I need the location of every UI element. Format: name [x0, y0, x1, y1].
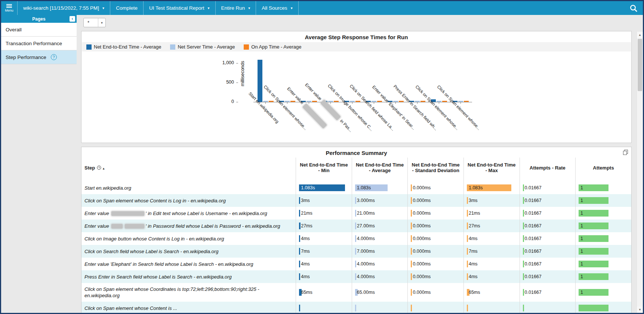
column-header-attempts[interactable]: Attempts [576, 158, 631, 181]
value-meter: 4.000ms [355, 235, 405, 242]
meter-value: 65ms [299, 290, 312, 295]
table-row: Enter value 'Elephant' in Search field w… [81, 258, 631, 270]
topbar-item-label: wiki-search [11/15/2022, 7:55 PM] [23, 5, 99, 11]
meter-value: 1 [579, 236, 583, 241]
y-tick-label: 1,000 [205, 60, 234, 65]
legend-swatch [170, 44, 175, 50]
meter-value: 0.000ms [411, 249, 431, 254]
value-meter: 0.01667 [523, 248, 572, 255]
y-tick-mark [236, 63, 238, 63]
value-meter: 0.000ms [411, 184, 460, 191]
topbar-item-report-selector[interactable]: UI Test Statistical Report▾ [144, 1, 216, 15]
value-meter: 1 [579, 273, 628, 280]
sidebar-items: OverallTransaction PerformanceStep Perfo… [1, 23, 77, 64]
table-row: Click on Span element whose Coordinates … [81, 283, 631, 302]
x-tick-label: Click on Image button whose C... [327, 83, 374, 132]
meter-value: 4.000ms [355, 261, 375, 267]
legend-item-2[interactable]: On App Time - Average [244, 44, 301, 50]
cell-avg: 21.00ms [352, 207, 408, 220]
column-header-avg[interactable]: Net End-to-End Time - Average [352, 158, 408, 181]
column-header-step[interactable]: Step▲ [81, 158, 296, 181]
cell-rate: 0.01667 [520, 232, 575, 245]
meter-value: 1 [579, 290, 583, 295]
value-meter: 1 [579, 223, 628, 229]
legend-label: On App Time - Average [251, 44, 301, 50]
value-meter: 4ms [299, 261, 349, 267]
sidebar-item-step-performance[interactable]: Step Performance? [1, 50, 77, 64]
column-header-rate[interactable]: Attempts - Rate [520, 158, 575, 181]
table-header-row: Step▲Net End-to-End Time - MinNet End-to… [81, 158, 631, 181]
legend-item-0[interactable]: Net End-to-End Time - Average [86, 44, 161, 50]
column-header-min[interactable]: Net End-to-End Time - Min [296, 158, 352, 181]
x-tick-mark [460, 102, 461, 104]
meter-bar [579, 305, 608, 311]
filter-dropdown[interactable]: * ▾ [83, 18, 106, 27]
value-meter: 4ms [467, 273, 517, 280]
cell-max: 4ms [463, 258, 520, 270]
cell-std: 0.000ms [408, 232, 464, 245]
topbar-item-run-selector[interactable]: wiki-search [11/15/2022, 7:55 PM]▾ [18, 1, 110, 15]
chart-legend: Net End-to-End Time - AverageNet Server … [82, 42, 631, 52]
x-tick-label: Enter value in Pas... [304, 83, 353, 133]
x-tick-mark [352, 102, 352, 104]
topbar-item-run-status[interactable]: Complete [110, 1, 144, 15]
cell-min: 1.083s [296, 181, 352, 194]
value-meter: 7ms [299, 248, 349, 255]
hamburger-icon [6, 4, 12, 8]
sidebar-item-label: Step Performance [6, 55, 46, 60]
cell-step: Press Enter in Search field whose Label … [81, 270, 296, 283]
column-header-label: Step [84, 165, 95, 171]
cell-max: 4ms [463, 270, 520, 283]
meter-value: 0.01667 [523, 261, 542, 267]
value-meter: 4.000ms [355, 261, 405, 267]
meter-value: 0.01667 [523, 249, 542, 254]
redacted-text [125, 224, 144, 228]
cell-min: 4ms [296, 270, 352, 283]
scroll-down-button[interactable]: ▼ [637, 307, 643, 313]
cell-attempts: 1 [576, 283, 631, 302]
meter-value: 0.01667 [523, 223, 542, 228]
vertical-scrollbar[interactable]: ▲ ▼ [637, 32, 643, 313]
topbar-item-sources-selector[interactable]: All Sources▾ [256, 1, 298, 15]
cell-attempts: 1 [576, 207, 631, 220]
scroll-up-button[interactable]: ▲ [637, 32, 643, 38]
cell-max: 65ms [463, 283, 520, 302]
meter-bar [467, 305, 468, 311]
topbar-item-label: Complete [116, 5, 138, 11]
table-row: Enter value ' in Edit text whose Label i… [81, 207, 631, 220]
value-meter: 4ms [467, 235, 517, 242]
meter-bar [299, 305, 300, 311]
legend-item-1[interactable]: Net Server Time - Average [170, 44, 235, 50]
value-meter: 1 [579, 248, 628, 255]
cell-avg: 4.000ms [352, 232, 408, 245]
column-header-max[interactable]: Net End-to-End Time - Max [463, 158, 520, 181]
meter-value: 0.01667 [523, 236, 542, 241]
meter-value: 65ms [467, 290, 480, 295]
copy-button[interactable] [623, 149, 629, 157]
sidebar-item-overall[interactable]: Overall [1, 23, 77, 37]
value-meter: 7ms [467, 248, 517, 255]
value-meter: 0.01667 [523, 197, 572, 204]
meter-value: 4.000ms [355, 274, 375, 279]
sidebar: Pages ‹ OverallTransaction PerformanceSt… [1, 15, 77, 313]
menu-button[interactable]: Menu [1, 1, 18, 15]
table-row: Click on Span element whose Content is L… [81, 194, 631, 207]
sidebar-item-transaction-performance[interactable]: Transaction Performance [1, 37, 77, 50]
meter-value: 0.000ms [411, 198, 431, 203]
topbar-item-range-selector[interactable]: Entire Run▾ [216, 1, 256, 15]
value-meter: 1.083s [299, 184, 349, 191]
value-meter: 1.083s [355, 184, 405, 191]
help-icon[interactable]: ? [51, 54, 57, 60]
cell-rate: 0.01667 [520, 245, 575, 258]
column-header-std[interactable]: Net End-to-End Time - Standard Deviation [408, 158, 464, 181]
cell-min [296, 302, 352, 313]
cell-attempts [576, 302, 631, 313]
sidebar-collapse-button[interactable]: ‹ [70, 16, 75, 22]
cell-min: 4ms [296, 232, 352, 245]
meter-value: 4ms [299, 236, 310, 241]
chart-bar [355, 101, 360, 102]
scrollbar-thumb[interactable] [638, 39, 642, 91]
meter-value: 0.000ms [411, 223, 431, 228]
cell-min: 3ms [296, 194, 352, 207]
search-button[interactable] [624, 1, 643, 15]
